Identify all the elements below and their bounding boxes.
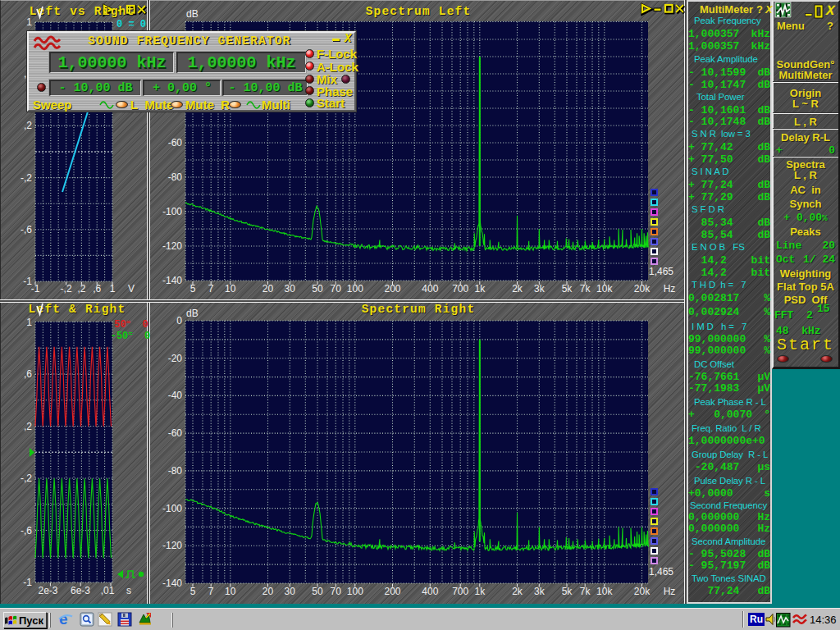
svg-text:e: e [59, 611, 68, 628]
svg-text:X: X [824, 4, 837, 20]
